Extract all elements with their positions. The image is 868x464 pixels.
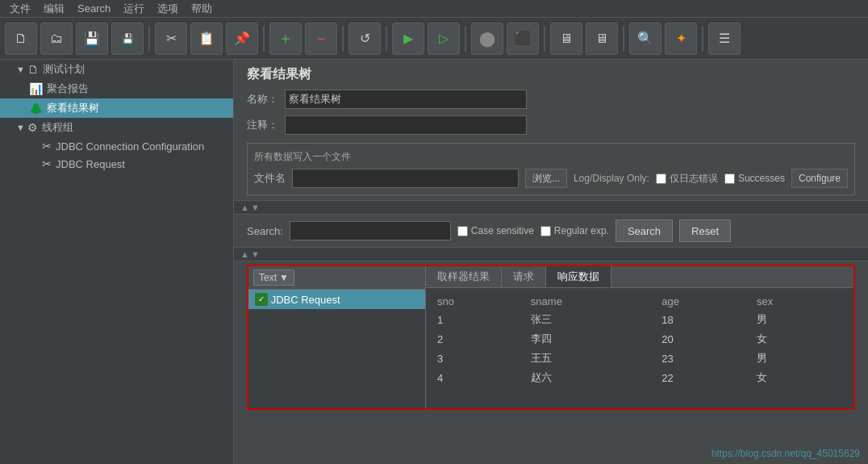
stop-btn[interactable]: ⬤ xyxy=(471,23,503,55)
col-header-age: age xyxy=(658,293,753,310)
open-btn[interactable]: 🗂 xyxy=(40,23,73,55)
menu-run[interactable]: 运行 xyxy=(117,0,151,18)
table-cell-sno: 2 xyxy=(434,329,528,349)
file-section: 所有数据写入一个文件 文件名 浏览... Log/Display Only: 仅… xyxy=(247,143,855,195)
regular-exp-label: Regular exp. xyxy=(554,225,609,236)
log-errors-checkbox[interactable] xyxy=(656,173,666,184)
tree-dropdown-button[interactable]: Text ▼ xyxy=(253,270,294,286)
sidebar-item-label: JDBC Request xyxy=(56,158,125,170)
remove-btn[interactable]: － xyxy=(305,23,337,55)
separator-6 xyxy=(544,26,545,52)
menu-edit[interactable]: 编辑 xyxy=(37,0,71,18)
menubar: 文件 编辑 Search 运行 选项 帮助 xyxy=(0,0,868,18)
shield-icon: ✓ xyxy=(255,293,268,306)
regular-exp-checkbox[interactable] xyxy=(540,226,551,236)
cut-btn[interactable]: ✂ xyxy=(155,23,187,55)
search-btn[interactable]: 🔍 xyxy=(629,23,661,55)
sidebar-item-label: 测试计划 xyxy=(43,62,85,77)
table-row: 3王五23男 xyxy=(434,349,845,368)
tab-response-data[interactable]: 响应数据 xyxy=(546,266,611,287)
tree-dropdown-arrow: ▼ xyxy=(279,272,289,283)
new-btn[interactable]: 🗋 xyxy=(5,23,37,55)
separator-7 xyxy=(623,26,624,52)
tree-panel-header: Text ▼ xyxy=(248,266,425,290)
case-sensitive-check[interactable]: Case sensitive xyxy=(457,225,534,236)
separator-2 xyxy=(263,26,265,52)
file-input[interactable] xyxy=(292,169,519,188)
table-cell-sname: 赵六 xyxy=(528,368,658,387)
comment-input[interactable] xyxy=(285,115,527,135)
table-cell-sno: 4 xyxy=(434,368,528,387)
search-bar: Search: Case sensitive Regular exp. Sear… xyxy=(234,215,868,247)
toolbar: 🗋 🗂 💾 💾 ✂ 📋 📌 ＋ － ↺ ▶ ▷ ⬤ ⬛ 🖥 🖥 🔍 ✦ ☰ xyxy=(0,18,868,60)
table-cell-age: 18 xyxy=(658,310,753,329)
separator-3 xyxy=(342,26,344,52)
log-errors-label: 仅日志错误 xyxy=(670,172,718,186)
help-btn[interactable]: ☰ xyxy=(708,23,741,55)
sidebar-item-testplan[interactable]: ▼ 🗋 测试计划 xyxy=(0,60,233,79)
table-row: 4赵六22女 xyxy=(434,368,845,387)
start-no-pause-btn[interactable]: ▷ xyxy=(428,23,460,55)
remote2-btn[interactable]: 🖥 xyxy=(586,23,618,55)
sidebar-item-jdbc-config[interactable]: ✂ JDBC Connection Configuration xyxy=(0,137,233,155)
clear-btn[interactable]: ✦ xyxy=(665,23,697,55)
browse-button[interactable]: 浏览... xyxy=(525,169,567,188)
table-row: 2李四20女 xyxy=(434,329,845,349)
start-btn[interactable]: ▶ xyxy=(392,23,424,55)
sidebar-item-threadgroup[interactable]: ▼ ⚙ 线程组 xyxy=(0,118,233,137)
table-cell-sex: 男 xyxy=(753,310,845,329)
panel-title: 察看结果树 xyxy=(234,60,868,86)
sidebar-item-jdbc-request[interactable]: ✂ JDBC Request xyxy=(0,155,233,173)
sidebar: ▼ 🗋 测试计划 📊 聚合报告 🌲 察看结果树 ▼ ⚙ 线程组 ✂ JDBC C… xyxy=(0,60,234,464)
name-input[interactable] xyxy=(285,90,527,109)
paste-btn[interactable]: 📌 xyxy=(226,23,258,55)
menu-help[interactable]: 帮助 xyxy=(185,0,219,18)
menu-file[interactable]: 文件 xyxy=(3,0,37,18)
tab-request[interactable]: 请求 xyxy=(502,266,546,287)
comment-row: 注释： xyxy=(234,112,868,138)
divider-arrows-2: ▲ ▼ xyxy=(234,247,868,261)
save-btn[interactable]: 💾 xyxy=(76,23,108,55)
reset-button[interactable]: Reset xyxy=(679,219,731,242)
menu-options[interactable]: 选项 xyxy=(151,0,185,18)
content-area: 察看结果树 名称： 注释： 所有数据写入一个文件 文件名 浏览... Log/D… xyxy=(234,60,868,464)
log-errors-check[interactable]: 仅日志错误 xyxy=(656,172,718,186)
menu-search[interactable]: Search xyxy=(71,1,117,16)
arrow-up-icon-2: ▲ xyxy=(240,249,249,259)
separator-8 xyxy=(702,26,703,52)
stop-all-btn[interactable]: ⬛ xyxy=(507,23,539,55)
successes-label: Successes xyxy=(738,173,785,184)
file-row: 文件名 浏览... Log/Display Only: 仅日志错误 Succes… xyxy=(254,169,848,188)
tab-sampler-result[interactable]: 取样器结果 xyxy=(426,266,502,287)
case-sensitive-checkbox[interactable] xyxy=(457,226,468,236)
successes-check[interactable]: Successes xyxy=(724,173,785,184)
copy-btn[interactable]: 📋 xyxy=(190,23,223,55)
sidebar-item-results-tree[interactable]: 🌲 察看结果树 xyxy=(0,98,233,118)
jdbc-config-icon: ✂ xyxy=(42,140,52,153)
separator-4 xyxy=(386,26,387,52)
log-display-label: Log/Display Only: xyxy=(574,173,649,184)
remote1-btn[interactable]: 🖥 xyxy=(550,23,582,55)
results-area: Text ▼ ✓ JDBC Request 取样器结果 请求 响应数据 xyxy=(247,265,855,410)
table-cell-sno: 3 xyxy=(434,349,528,368)
arrow-up-icon: ▲ xyxy=(240,203,249,212)
sidebar-item-aggregate[interactable]: 📊 聚合报告 xyxy=(0,79,233,98)
table-cell-age: 20 xyxy=(658,329,753,349)
undo-btn[interactable]: ↺ xyxy=(348,23,381,55)
search-button[interactable]: Search xyxy=(616,219,673,242)
arrow-down-icon: ▼ xyxy=(251,203,260,212)
add-btn[interactable]: ＋ xyxy=(269,23,302,55)
tree-row-jdbc[interactable]: ✓ JDBC Request xyxy=(248,290,425,309)
configure-button[interactable]: Configure xyxy=(791,169,848,188)
successes-checkbox[interactable] xyxy=(724,173,735,184)
section-title: 所有数据写入一个文件 xyxy=(254,150,848,164)
regular-exp-check[interactable]: Regular exp. xyxy=(540,225,609,236)
bottom-link[interactable]: https://blog.csdn.net/qq_45015629 xyxy=(712,448,860,459)
col-header-sex: sex xyxy=(753,293,845,310)
search-input[interactable] xyxy=(290,221,451,240)
data-panel: 取样器结果 请求 响应数据 sno sname age sex xyxy=(426,266,853,408)
col-header-sno: sno xyxy=(434,293,528,310)
save-all-btn[interactable]: 💾 xyxy=(111,23,144,55)
table-cell-age: 23 xyxy=(658,349,753,368)
results-tree-icon: 🌲 xyxy=(29,102,43,115)
